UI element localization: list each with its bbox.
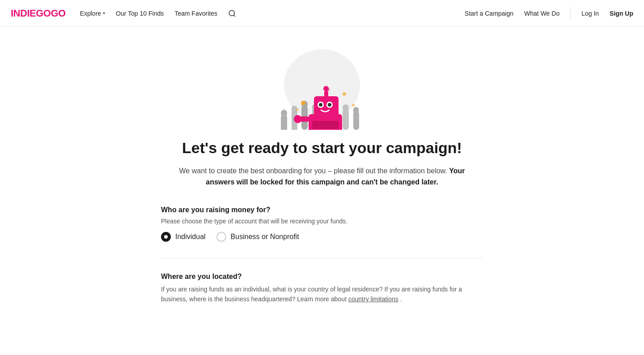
what-we-do-link[interactable]: What We Do: [524, 10, 559, 17]
nav-team-favorites-label: Team Favorites: [174, 10, 217, 17]
header: INDIEGOGO Explore ▾ Our Top 10 Finds Tea…: [0, 0, 644, 27]
svg-rect-15: [343, 109, 349, 130]
hero-illustration: [255, 27, 389, 130]
location-desc-text: If you are raising funds as an individua…: [161, 286, 462, 303]
page-heading: Let's get ready to start your campaign!: [182, 139, 462, 157]
svg-point-25: [328, 103, 331, 107]
radio-business-label: Business or Nonprofit: [231, 233, 299, 241]
login-button[interactable]: Log In: [581, 10, 599, 17]
question-location: Where are you located? If you are raisin…: [161, 258, 483, 304]
account-type-radio-group: Individual Business or Nonprofit: [161, 232, 483, 242]
radio-individual-label: Individual: [175, 233, 206, 241]
svg-point-6: [292, 106, 297, 112]
page-subtext: We want to create the best onboarding fo…: [170, 165, 474, 188]
nav-left: Explore ▾ Our Top 10 Finds Team Favorite…: [80, 9, 465, 17]
onboarding-form: Who are you raising money for? Please ch…: [161, 206, 483, 304]
question-raising-for: Who are you raising money for? Please ch…: [161, 206, 483, 242]
start-campaign-link[interactable]: Start a Campaign: [465, 10, 513, 17]
svg-rect-20: [312, 121, 339, 129]
radio-individual[interactable]: Individual: [161, 232, 206, 242]
subtext-normal: We want to create the best onboarding fo…: [179, 167, 447, 175]
location-desc-period: .: [400, 295, 402, 303]
nav-right: Start a Campaign What We Do Log In Sign …: [465, 7, 633, 20]
svg-rect-21: [314, 96, 339, 116]
nav-explore[interactable]: Explore ▾: [80, 10, 105, 17]
question1-desc: Please choose the type of account that w…: [161, 218, 483, 225]
search-icon: [228, 9, 236, 17]
search-button[interactable]: [228, 9, 236, 17]
radio-individual-circle[interactable]: [161, 232, 171, 242]
svg-point-29: [294, 115, 302, 123]
svg-rect-17: [353, 111, 359, 130]
signup-button[interactable]: Sign Up: [610, 10, 633, 17]
logo[interactable]: INDIEGOGO: [11, 8, 66, 19]
svg-point-18: [353, 107, 359, 113]
main-content: Let's get ready to start your campaign! …: [0, 27, 644, 331]
nav-divider: [570, 7, 571, 20]
chevron-down-icon: ▾: [103, 11, 105, 16]
nav-team-favorites[interactable]: Team Favorites: [174, 10, 217, 17]
svg-line-1: [233, 15, 235, 16]
nav-explore-label: Explore: [80, 10, 101, 17]
nav-top10-label: Our Top 10 Finds: [116, 10, 164, 17]
svg-rect-26: [324, 91, 328, 97]
svg-point-4: [281, 110, 287, 117]
campaign-illustration: [255, 27, 389, 130]
svg-point-31: [343, 92, 346, 96]
svg-point-23: [319, 103, 322, 107]
svg-point-30: [301, 101, 305, 105]
svg-point-33: [296, 108, 299, 111]
nav-top10[interactable]: Our Top 10 Finds: [116, 10, 164, 17]
question2-desc: If you are raising funds as an individua…: [161, 284, 483, 304]
svg-point-16: [343, 104, 349, 111]
question2-label: Where are you located?: [161, 273, 483, 281]
svg-point-27: [323, 86, 329, 91]
radio-business[interactable]: Business or Nonprofit: [216, 232, 299, 242]
country-limitations-link[interactable]: country limitations: [348, 295, 398, 303]
radio-business-circle[interactable]: [216, 232, 226, 242]
svg-point-32: [352, 104, 355, 107]
question1-label: Who are you raising money for?: [161, 206, 483, 214]
